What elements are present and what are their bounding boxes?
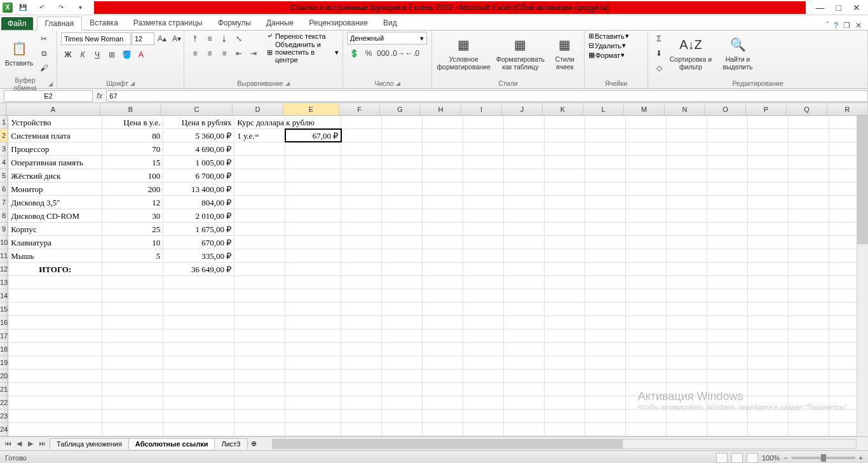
- row-header[interactable]: 15: [0, 303, 8, 316]
- cell[interactable]: [789, 343, 829, 356]
- row-header[interactable]: 13: [0, 276, 8, 289]
- cell[interactable]: [382, 410, 423, 422]
- cell[interactable]: [545, 410, 585, 422]
- cell[interactable]: [667, 169, 707, 182]
- cell[interactable]: [789, 276, 829, 289]
- cell[interactable]: [545, 316, 585, 329]
- cell[interactable]: [545, 383, 585, 396]
- cell[interactable]: [8, 423, 102, 436]
- horizontal-scrollbar[interactable]: [272, 439, 857, 449]
- cell[interactable]: [341, 183, 382, 195]
- cell[interactable]: [585, 383, 626, 396]
- cell[interactable]: [748, 343, 789, 356]
- cell[interactable]: [423, 383, 463, 396]
- close-button[interactable]: ✕: [853, 3, 860, 13]
- cell[interactable]: [463, 356, 504, 369]
- italic-button[interactable]: К: [76, 48, 90, 62]
- cell[interactable]: [748, 356, 789, 369]
- name-box[interactable]: E2: [4, 90, 93, 102]
- cell[interactable]: 70: [102, 142, 163, 155]
- cell[interactable]: [423, 329, 463, 342]
- cell[interactable]: [163, 410, 234, 422]
- cell[interactable]: [234, 196, 285, 209]
- cell[interactable]: [382, 236, 423, 249]
- cell[interactable]: [707, 329, 748, 342]
- cell[interactable]: [285, 410, 341, 422]
- cell[interactable]: 15: [102, 156, 163, 169]
- cell[interactable]: [423, 423, 463, 436]
- cell[interactable]: [8, 410, 102, 422]
- cell[interactable]: [163, 303, 234, 315]
- row-header[interactable]: 16: [0, 316, 8, 329]
- cell[interactable]: [341, 289, 382, 302]
- cell[interactable]: [545, 289, 585, 302]
- cell[interactable]: [234, 410, 285, 422]
- cell[interactable]: [748, 263, 789, 275]
- cell[interactable]: [234, 383, 285, 396]
- cell[interactable]: [341, 329, 382, 342]
- cell[interactable]: [163, 423, 234, 436]
- cell[interactable]: [545, 356, 585, 369]
- cell[interactable]: [545, 142, 585, 155]
- cell[interactable]: Жёсткий диск: [8, 169, 102, 182]
- cell[interactable]: [707, 383, 748, 396]
- cell[interactable]: [545, 223, 585, 235]
- cell[interactable]: [285, 370, 341, 382]
- cell[interactable]: [504, 156, 545, 169]
- column-header[interactable]: N: [665, 103, 705, 115]
- cell[interactable]: [463, 183, 504, 195]
- align-right-icon[interactable]: ≡: [217, 46, 231, 60]
- cell[interactable]: [285, 223, 341, 235]
- cell[interactable]: [234, 183, 285, 195]
- cell[interactable]: [285, 156, 341, 169]
- cell[interactable]: [423, 116, 463, 128]
- cell[interactable]: 5 360,00 ₽: [163, 129, 234, 142]
- cell[interactable]: [748, 169, 789, 182]
- shrink-font-icon[interactable]: A▾: [170, 32, 184, 46]
- cell[interactable]: 670,00 ₽: [163, 236, 234, 249]
- cell[interactable]: [382, 129, 423, 142]
- cell[interactable]: [504, 396, 545, 409]
- dialog-launcher-icon[interactable]: ◢: [285, 80, 290, 86]
- cell[interactable]: Монитор: [8, 183, 102, 195]
- cell[interactable]: [504, 116, 545, 128]
- cell[interactable]: [382, 370, 423, 382]
- cell[interactable]: [382, 356, 423, 369]
- cell[interactable]: [789, 183, 829, 195]
- cell[interactable]: [463, 329, 504, 342]
- sheet-nav-next-icon[interactable]: ▶: [25, 439, 36, 448]
- cell[interactable]: [423, 303, 463, 315]
- cell[interactable]: [707, 289, 748, 302]
- cell[interactable]: [234, 169, 285, 182]
- cell[interactable]: [707, 343, 748, 356]
- cell[interactable]: [234, 396, 285, 409]
- row-header[interactable]: 11: [0, 249, 8, 263]
- cell[interactable]: [626, 423, 667, 436]
- cell[interactable]: [463, 142, 504, 155]
- cell[interactable]: [789, 142, 829, 155]
- cell[interactable]: [789, 396, 829, 409]
- row-header[interactable]: 3: [0, 142, 8, 156]
- cell[interactable]: [667, 129, 707, 142]
- cell[interactable]: 2 010,00 ₽: [163, 209, 234, 222]
- ribbon-minimize-icon[interactable]: ˆ: [826, 21, 829, 30]
- cell[interactable]: [504, 423, 545, 436]
- cell[interactable]: [382, 156, 423, 169]
- cell[interactable]: [626, 303, 667, 315]
- cell[interactable]: [8, 329, 102, 342]
- cell[interactable]: [341, 410, 382, 422]
- cell[interactable]: [748, 236, 789, 249]
- cell[interactable]: [748, 396, 789, 409]
- cell[interactable]: [707, 423, 748, 436]
- fill-icon[interactable]: ⬇: [652, 46, 666, 60]
- tab-вид[interactable]: Вид: [376, 17, 405, 30]
- cell[interactable]: [382, 116, 423, 128]
- row-header[interactable]: 20: [0, 370, 8, 383]
- underline-button[interactable]: Ч: [90, 48, 104, 62]
- row-header[interactable]: 6: [0, 183, 8, 196]
- cell[interactable]: [463, 223, 504, 235]
- cell[interactable]: Дисковод CD-ROM: [8, 209, 102, 222]
- cell[interactable]: [423, 356, 463, 369]
- cell[interactable]: [626, 329, 667, 342]
- cell[interactable]: [748, 156, 789, 169]
